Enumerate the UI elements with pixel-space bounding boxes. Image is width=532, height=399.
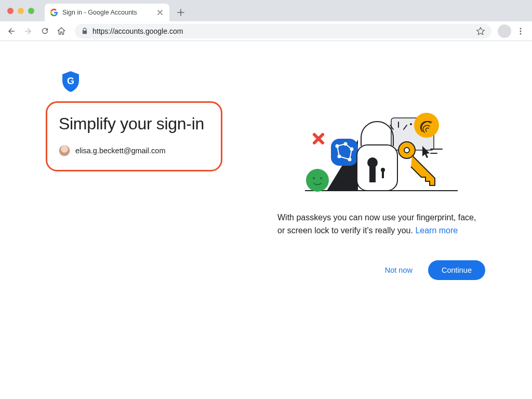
svg-rect-21 bbox=[357, 145, 397, 191]
browser-tab[interactable]: Sign in - Google Accounts bbox=[45, 4, 169, 21]
url-text: https://accounts.google.com bbox=[92, 27, 472, 35]
new-tab-button[interactable] bbox=[174, 5, 188, 20]
bookmark-star-icon[interactable] bbox=[476, 26, 485, 36]
learn-more-link[interactable]: Learn more bbox=[415, 226, 458, 235]
home-button[interactable] bbox=[54, 24, 69, 38]
reload-button[interactable] bbox=[37, 24, 52, 38]
account-email: elisa.g.beckett@gmail.com bbox=[75, 147, 165, 155]
google-favicon bbox=[50, 8, 58, 17]
svg-point-22 bbox=[367, 157, 378, 168]
svg-point-26 bbox=[313, 177, 315, 179]
right-column: With passkeys you can now use your finge… bbox=[277, 109, 485, 280]
window-close-button[interactable] bbox=[7, 8, 14, 14]
google-shield-icon: G bbox=[60, 70, 81, 93]
svg-point-30 bbox=[404, 148, 409, 153]
passkey-description: With passkeys you can now use your finge… bbox=[277, 211, 485, 237]
window-minimize-button[interactable] bbox=[18, 8, 24, 14]
back-button[interactable] bbox=[4, 24, 19, 38]
svg-point-0 bbox=[520, 28, 522, 29]
browser-toolbar: https://accounts.google.com bbox=[0, 21, 532, 41]
passkey-illustration bbox=[296, 109, 467, 197]
svg-text:G: G bbox=[67, 76, 74, 86]
page-heading: Simplify your sign-in bbox=[59, 114, 207, 134]
browser-tab-strip: Sign in - Google Accounts bbox=[0, 0, 532, 21]
svg-point-1 bbox=[520, 30, 522, 32]
profile-avatar-button[interactable] bbox=[498, 24, 511, 38]
svg-point-27 bbox=[320, 177, 322, 179]
close-tab-icon[interactable] bbox=[156, 8, 164, 17]
forward-button[interactable] bbox=[21, 24, 35, 38]
svg-point-25 bbox=[306, 169, 329, 192]
svg-rect-24 bbox=[382, 171, 384, 178]
address-bar[interactable]: https://accounts.google.com bbox=[75, 24, 491, 38]
window-zoom-button[interactable] bbox=[28, 8, 34, 14]
tab-title: Sign in - Google Accounts bbox=[62, 9, 152, 16]
svg-point-2 bbox=[520, 33, 522, 34]
account-chip[interactable]: elisa.g.beckett@gmail.com bbox=[59, 145, 207, 156]
not-now-button[interactable]: Not now bbox=[380, 262, 418, 278]
action-button-row: Not now Continue bbox=[277, 260, 485, 280]
account-avatar-icon bbox=[59, 145, 70, 156]
lock-icon bbox=[81, 28, 88, 35]
page-content: G Simplify your sign-in elisa.g.beckett@… bbox=[0, 41, 532, 70]
highlight-callout: Simplify your sign-in elisa.g.beckett@gm… bbox=[46, 101, 222, 171]
left-column: G Simplify your sign-in elisa.g.beckett@… bbox=[46, 70, 222, 171]
browser-menu-button[interactable] bbox=[513, 24, 528, 38]
continue-button[interactable]: Continue bbox=[428, 260, 485, 280]
svg-point-6 bbox=[410, 123, 412, 125]
window-controls bbox=[0, 0, 42, 21]
